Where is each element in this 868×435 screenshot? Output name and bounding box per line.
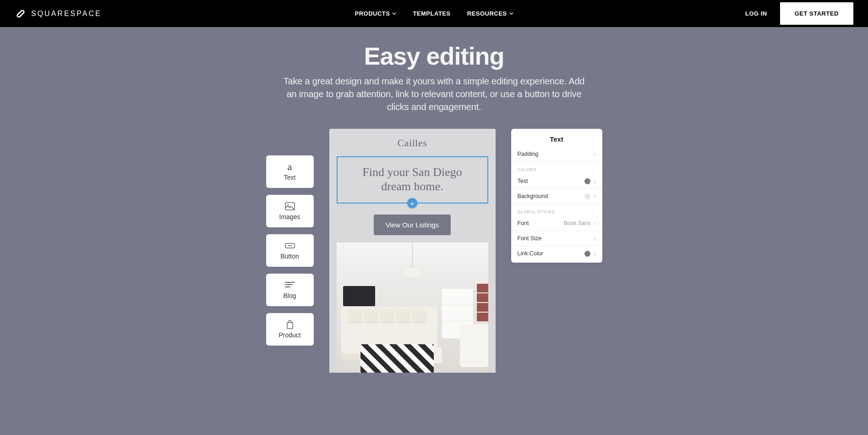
window-graphic (475, 281, 488, 324)
hero-image (337, 242, 488, 373)
panel-row-value: Book Sans (564, 220, 590, 226)
login-link[interactable]: LOG IN (745, 10, 767, 17)
svg-point-1 (287, 204, 289, 205)
pendant-lamp-graphic (401, 267, 423, 278)
top-nav: SQUARESPACE PRODUCTS TEMPLATES RESOURCES… (0, 0, 868, 27)
tool-text[interactable]: a Text (266, 155, 314, 188)
tool-images[interactable]: Images (266, 195, 314, 227)
plus-icon: + (410, 199, 415, 207)
panel-row-label: Padding (518, 151, 539, 157)
nav-templates[interactable]: TEMPLATES (413, 10, 450, 17)
tool-blog-label: Blog (283, 292, 296, 299)
site-title: Cailles (337, 137, 488, 149)
panel-row-background-color[interactable]: Background › (511, 189, 602, 204)
panel-row-font[interactable]: Font Book Sans› (511, 216, 602, 231)
panel-row-padding[interactable]: Padding › (511, 147, 602, 162)
tool-button-label: Button (280, 253, 299, 260)
chevron-right-icon: › (594, 193, 595, 199)
editor-canvas: Cailles Find your San Diego dream home. … (329, 129, 496, 373)
nav-right: LOG IN GET STARTED (745, 2, 853, 25)
tool-blog[interactable]: Blog (266, 274, 314, 306)
nav-resources-label: RESOURCES (467, 10, 507, 17)
hero-subtitle: Take a great design and make it yours wi… (283, 75, 585, 113)
panel-title: Text (511, 135, 602, 143)
chevron-right-icon: › (594, 151, 595, 157)
hero-title: Easy editing (0, 42, 868, 70)
brand-name: SQUARESPACE (31, 10, 102, 18)
blog-icon (285, 281, 295, 289)
tool-text-label: Text (284, 174, 296, 181)
panel-row-label: Font Size (518, 235, 542, 242)
panel-row-font-size[interactable]: Font Size › (511, 231, 602, 246)
tv-graphic (343, 286, 375, 306)
properties-panel: Text Padding › COLORS Text › Background … (511, 129, 602, 263)
tool-product[interactable]: Product (266, 313, 314, 346)
squarespace-logo-icon (15, 8, 27, 20)
editor-area: a Text Images Button Blog Product (0, 129, 868, 373)
tool-images-label: Images (279, 213, 300, 220)
hero: Easy editing Take a great design and mak… (0, 27, 868, 121)
nav-resources[interactable]: RESOURCES (467, 10, 513, 17)
chevron-right-icon: › (594, 220, 595, 226)
color-swatch-icon (584, 251, 590, 257)
panel-row-label: Background (518, 193, 548, 199)
panel-row-label: Link Color (518, 250, 543, 257)
chevron-right-icon: › (594, 236, 595, 242)
add-block-button[interactable]: + (407, 198, 417, 208)
nav-templates-label: TEMPLATES (413, 10, 450, 17)
panel-row-text-color[interactable]: Text › (511, 174, 602, 189)
get-started-button[interactable]: GET STARTED (780, 2, 853, 25)
image-icon (285, 202, 295, 210)
text-icon: a (285, 163, 295, 171)
color-swatch-icon (584, 178, 590, 184)
nav-products-label: PRODUCTS (355, 10, 390, 17)
chevron-down-icon (392, 11, 396, 16)
tool-button[interactable]: Button (266, 234, 314, 267)
armchair-graphic (460, 324, 488, 367)
tool-column: a Text Images Button Blog Product (266, 155, 314, 346)
view-listings-button[interactable]: View Our Listings (374, 215, 451, 235)
panel-group-global: GLOBAL STYLES (511, 204, 602, 216)
color-swatch-icon (584, 193, 590, 199)
chevron-down-icon (509, 11, 513, 16)
panel-row-link-color[interactable]: Link Color › (511, 246, 602, 261)
chevron-right-icon: › (594, 251, 595, 257)
nav-products[interactable]: PRODUCTS (355, 10, 396, 17)
ottoman-graphic (360, 344, 434, 373)
panel-group-colors: COLORS (511, 162, 602, 174)
chevron-right-icon: › (594, 178, 595, 184)
nav-center: PRODUCTS TEMPLATES RESOURCES (355, 10, 513, 17)
tool-product-label: Product (278, 331, 300, 339)
panel-row-label: Font (518, 220, 529, 226)
product-icon (285, 320, 295, 329)
headline-block-selected[interactable]: Find your San Diego dream home. + (337, 156, 488, 204)
button-icon (285, 242, 295, 250)
panel-row-label: Text (518, 178, 528, 184)
headline-text: Find your San Diego dream home. (349, 165, 476, 193)
brand-area[interactable]: SQUARESPACE (15, 8, 102, 20)
